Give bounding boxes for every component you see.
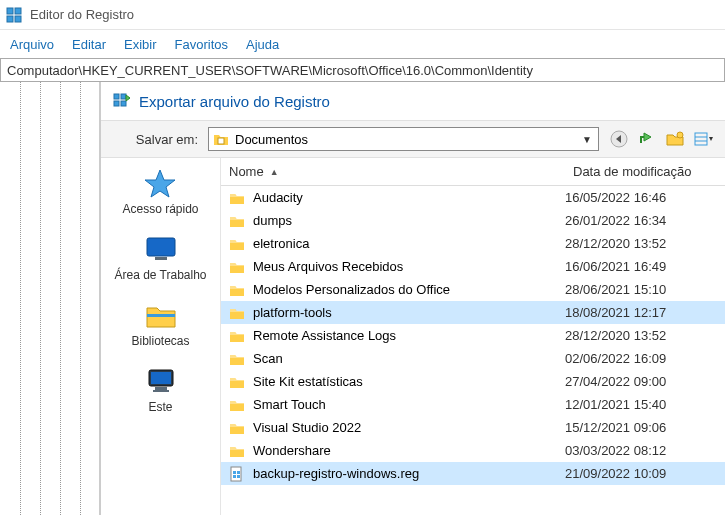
folder-icon [229,420,245,436]
new-folder-button[interactable] [665,129,685,149]
window-title: Editor do Registro [30,7,134,22]
file-name: Wondershare [253,443,565,458]
file-name: platform-tools [253,305,565,320]
work-zone: Exportar arquivo do Registro Salvar em: … [0,82,725,515]
menu-editar[interactable]: Editar [72,37,106,52]
file-name: eletronica [253,236,565,251]
folder-icon [229,305,245,321]
menu-arquivo[interactable]: Arquivo [10,37,54,52]
place-thispc[interactable]: Este [143,366,179,414]
title-bar: Editor do Registro [0,0,725,30]
save-in-value: Documentos [235,132,308,147]
folder-icon [229,443,245,459]
folder-icon [229,282,245,298]
file-name: Scan [253,351,565,366]
file-date: 15/12/2021 09:06 [565,420,717,435]
dialog-body: Acesso rápido Área de Trabalho Bibliotec… [101,158,725,515]
place-desktop-label: Área de Trabalho [114,268,206,282]
place-thispc-label: Este [148,400,172,414]
place-desktop[interactable]: Área de Trabalho [114,234,206,282]
star-icon [142,168,178,198]
file-date: 12/01/2021 15:40 [565,397,717,412]
file-list-header: Nome ▲ Data de modificação [221,158,725,186]
file-date: 16/05/2022 16:46 [565,190,717,205]
nav-icons [609,129,713,149]
folder-icon [229,397,245,413]
address-bar[interactable]: Computador\HKEY_CURRENT_USER\SOFTWARE\Mi… [0,58,725,82]
back-button[interactable] [609,129,629,149]
place-libraries-label: Bibliotecas [131,334,189,348]
file-date: 28/12/2020 13:52 [565,236,717,251]
file-date: 16/06/2021 16:49 [565,259,717,274]
folder-row[interactable]: dumps26/01/2022 16:34 [221,209,725,232]
folder-icon [229,374,245,390]
place-quick-access[interactable]: Acesso rápido [122,168,198,216]
file-name: Meus Arquivos Recebidos [253,259,565,274]
file-date: 26/01/2022 16:34 [565,213,717,228]
folder-row[interactable]: Audacity16/05/2022 16:46 [221,186,725,209]
folder-row[interactable]: Site Kit estatísticas27/04/2022 09:00 [221,370,725,393]
folder-icon [229,328,245,344]
file-date: 03/03/2022 08:12 [565,443,717,458]
regfile-icon [229,466,245,482]
menu-favoritos[interactable]: Favoritos [175,37,228,52]
column-name[interactable]: Nome ▲ [221,158,565,185]
dialog-title-row: Exportar arquivo do Registro [101,82,725,120]
folder-row[interactable]: Remote Assistance Logs28/12/2020 13:52 [221,324,725,347]
place-quick-label: Acesso rápido [122,202,198,216]
folder-icon [229,351,245,367]
save-in-label: Salvar em: [113,132,198,147]
file-date: 18/08/2021 12:17 [565,305,717,320]
file-date: 28/12/2020 13:52 [565,328,717,343]
menu-ajuda[interactable]: Ajuda [246,37,279,52]
app-icon [6,7,22,23]
folder-row[interactable]: Visual Studio 202215/12/2021 09:06 [221,416,725,439]
up-button[interactable] [637,129,657,149]
file-list: Nome ▲ Data de modificação Audacity16/05… [221,158,725,515]
file-row[interactable]: backup-registro-windows.reg21/09/2022 10… [221,462,725,485]
menu-bar: Arquivo Editar Exibir Favoritos Ajuda [0,30,725,58]
save-in-row: Salvar em: Documentos ▼ [101,120,725,158]
views-button[interactable] [693,129,713,149]
file-date: 21/09/2022 10:09 [565,466,717,481]
thispc-icon [143,366,179,396]
places-bar: Acesso rápido Área de Trabalho Bibliotec… [101,158,221,515]
file-name: Visual Studio 2022 [253,420,565,435]
place-libraries[interactable]: Bibliotecas [131,300,189,348]
folder-row[interactable]: eletronica28/12/2020 13:52 [221,232,725,255]
docfolder-icon [213,131,229,147]
folder-row[interactable]: Meus Arquivos Recebidos16/06/2021 16:49 [221,255,725,278]
column-date[interactable]: Data de modificação [565,158,725,185]
file-name: backup-registro-windows.reg [253,466,565,481]
folder-row[interactable]: Wondershare03/03/2022 08:12 [221,439,725,462]
file-name: Modelos Personalizados do Office [253,282,565,297]
libraries-icon [143,300,179,330]
folder-row[interactable]: Modelos Personalizados do Office28/06/20… [221,278,725,301]
folder-row[interactable]: Smart Touch12/01/2021 15:40 [221,393,725,416]
menu-exibir[interactable]: Exibir [124,37,157,52]
tree-stub [0,82,100,515]
folder-icon [229,259,245,275]
chevron-down-icon: ▼ [582,134,592,145]
file-name: Smart Touch [253,397,565,412]
dialog-title: Exportar arquivo do Registro [139,93,330,110]
file-date: 28/06/2021 15:10 [565,282,717,297]
file-name: Remote Assistance Logs [253,328,565,343]
export-icon [113,92,131,110]
folder-icon [229,213,245,229]
export-dialog: Exportar arquivo do Registro Salvar em: … [100,82,725,515]
folder-row[interactable]: platform-tools18/08/2021 12:17 [221,301,725,324]
sort-caret-icon: ▲ [270,167,279,177]
folder-icon [229,190,245,206]
desktop-icon [143,234,179,264]
file-name: Site Kit estatísticas [253,374,565,389]
file-date: 02/06/2022 16:09 [565,351,717,366]
folder-icon [229,236,245,252]
file-name: Audacity [253,190,565,205]
file-rows: Audacity16/05/2022 16:46dumps26/01/2022 … [221,186,725,485]
file-name: dumps [253,213,565,228]
folder-row[interactable]: Scan02/06/2022 16:09 [221,347,725,370]
file-date: 27/04/2022 09:00 [565,374,717,389]
address-path: Computador\HKEY_CURRENT_USER\SOFTWARE\Mi… [7,63,533,78]
save-in-combo[interactable]: Documentos ▼ [208,127,599,151]
